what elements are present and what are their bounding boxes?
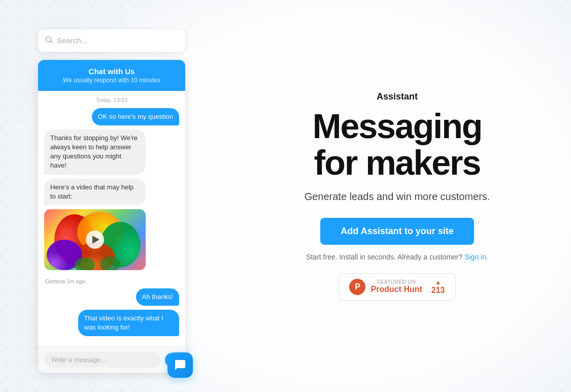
- sign-in-link[interactable]: Sign in.: [464, 253, 488, 261]
- product-hunt-text: FEATURED ON Product Hunt: [371, 279, 422, 294]
- chat-message-row: Thanks for stopping by! We're always kee…: [44, 129, 179, 175]
- chat-bubble-gray: Thanks for stopping by! We're always kee…: [44, 129, 146, 175]
- chat-message-row: Ah thanks!: [44, 288, 179, 306]
- product-hunt-badge[interactable]: P FEATURED ON Product Hunt ▲ 213: [339, 273, 455, 301]
- ph-name-label: Product Hunt: [371, 285, 422, 294]
- chat-window: Chat with Us We usually respond with 10 …: [38, 60, 185, 373]
- chat-header: Chat with Us We usually respond with 10 …: [38, 60, 185, 91]
- ph-upvote-arrow-icon: ▲: [435, 279, 441, 286]
- chat-message-row: OK so here's my question: [44, 108, 179, 125]
- search-icon: [45, 36, 53, 45]
- hero-title: Messaging for makers: [313, 108, 482, 181]
- chat-video-bubble: [44, 209, 146, 270]
- product-hunt-count: ▲ 213: [431, 279, 445, 295]
- chat-header-subtitle: We usually respond with 10 minutes: [46, 77, 177, 84]
- subtext-below-cta: Start free. Install in seconds. Already …: [306, 253, 488, 261]
- floating-chat-icon[interactable]: [167, 352, 193, 378]
- chat-timestamp: Today, 19:53: [44, 97, 179, 103]
- play-triangle-icon: [92, 236, 99, 244]
- chat-message-row: That video is exactly what I was looking…: [44, 310, 179, 336]
- chat-footer: Write a message... +: [38, 346, 185, 373]
- chat-message-row: Here's a video that may help to start:: [44, 179, 179, 205]
- hero-title-line2: for makers: [314, 143, 481, 182]
- left-phone-section: Search... Chat with Us We usually respon…: [0, 29, 223, 373]
- message-sender-label: Gemma 1m ago.: [45, 278, 179, 284]
- hero-title-line1: Messaging: [313, 107, 482, 145]
- video-play-button[interactable]: [86, 231, 104, 249]
- product-hunt-logo: P: [349, 279, 365, 295]
- chat-bubble-blue: That video is exactly what I was looking…: [78, 310, 180, 336]
- subtext-before-link: Start free. Install in seconds. Already …: [306, 253, 462, 261]
- chat-bubble-blue: OK so here's my question: [92, 108, 179, 125]
- chat-body: Today, 19:53 OK so here's my question Th…: [38, 91, 185, 347]
- message-input[interactable]: Write a message...: [44, 352, 161, 368]
- search-bar[interactable]: Search...: [38, 29, 185, 52]
- chat-bubble-blue: Ah thanks!: [136, 288, 179, 306]
- product-name-label: Assistant: [377, 91, 418, 102]
- video-thumbnail: [44, 209, 146, 270]
- ph-featured-on-label: FEATURED ON: [371, 279, 422, 285]
- hero-subtitle: Generate leads and win more customers.: [305, 191, 490, 203]
- svg-line-1: [51, 41, 53, 43]
- ph-count-number: 213: [431, 286, 445, 295]
- chat-video-row: [44, 209, 179, 274]
- chat-bubble-gray: Here's a video that may help to start:: [44, 179, 146, 205]
- cta-add-assistant-button[interactable]: Add Assistant to your site: [320, 218, 474, 245]
- chat-header-title: Chat with Us: [46, 67, 177, 76]
- search-placeholder-text: Search...: [57, 36, 87, 45]
- right-hero-section: Assistant Messaging for makers Generate …: [223, 91, 571, 301]
